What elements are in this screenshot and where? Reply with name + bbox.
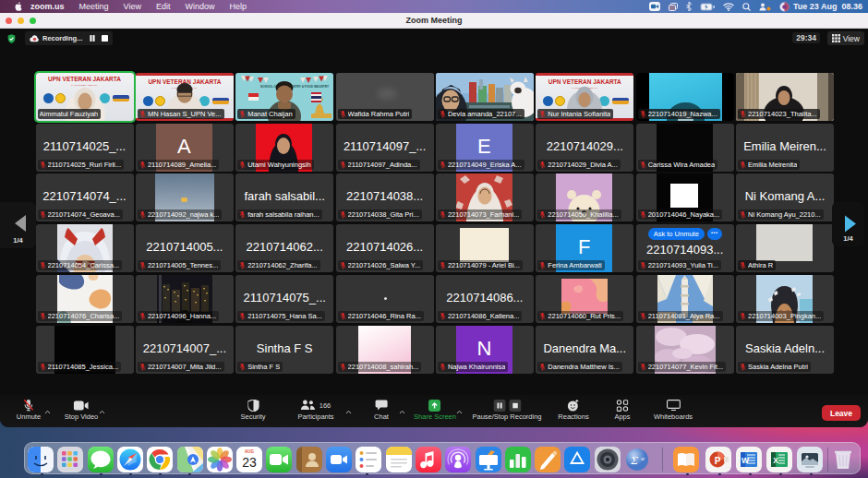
svg-text:X: X bbox=[773, 455, 778, 464]
svg-text:P: P bbox=[715, 455, 721, 465]
svg-text:SCHOOL OF AGRIINDUSTRY & FOOD: SCHOOL OF AGRIINDUSTRY & FOOD INDUSTRY bbox=[260, 85, 330, 89]
svg-text:Σ: Σ bbox=[630, 453, 638, 467]
svg-text:AUG: AUG bbox=[245, 448, 254, 453]
svg-text:23: 23 bbox=[242, 455, 257, 470]
svg-text:α: α bbox=[641, 455, 645, 462]
